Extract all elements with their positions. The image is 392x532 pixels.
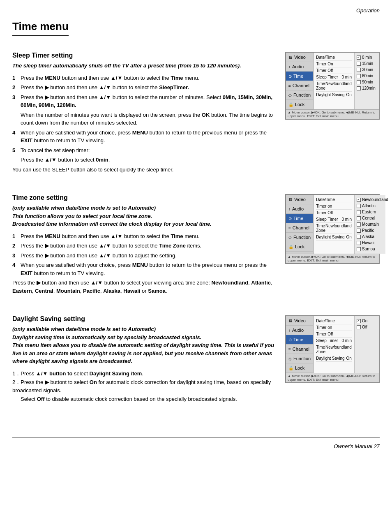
time-zone-section: Time zone setting (only available when d… — [12, 187, 380, 296]
section-label: Operation — [356, 7, 380, 14]
tv-footer-tz: ▲ Move cursor. ▶/OK: Go to submenu. ◀ ME… — [286, 254, 379, 263]
tv-options-tz: ✓Newfoundland Atlantic Eastern Central M… — [354, 195, 385, 254]
sidebar-video-tz: 🖥Video — [286, 195, 313, 204]
daylight-saving-section: Daylight Saving setting (only available … — [12, 308, 380, 405]
sleep-timer-heading: Sleep Timer setting — [12, 52, 278, 59]
time-zone-heading: Time zone setting — [12, 194, 278, 201]
tv-sidebar-ds: 🖥Video ♪Audio ⊙Time ≡Channel ◇Function 🔒… — [286, 316, 314, 373]
sidebar-lock-tz: 🔒Lock — [286, 242, 313, 252]
sidebar-video: 🖥Video — [286, 53, 313, 62]
sidebar-video-ds: 🖥Video — [286, 316, 313, 326]
sidebar-function-ds: ◇Function — [286, 354, 313, 363]
daylight-saving-menu: 🖥Video ♪Audio ⊙Time ≡Channel ◇Function 🔒… — [285, 315, 380, 383]
page-title: Time menu — [12, 20, 69, 36]
sidebar-time-tz: ⊙Time — [286, 214, 313, 223]
sidebar-time: ⊙Time — [286, 72, 313, 81]
daylight-saving-intro: (only available when date/time mode is s… — [12, 325, 278, 365]
tv-footer-sleep: ▲ Move cursor. ▶/OK: Go to submenu. ◀ ME… — [286, 109, 379, 119]
sidebar-time-ds: ⊙Time — [286, 335, 313, 345]
sidebar-lock: 🔒Lock — [286, 100, 313, 109]
sidebar-lock-ds: 🔒Lock — [286, 363, 313, 373]
tv-sidebar-sleep: 🖥Video ♪Audio ⊙Time ≡Channel ◇Function 🔒… — [286, 53, 314, 109]
sidebar-channel-ds: ≡Channel — [286, 345, 313, 354]
sleep-timer-steps: 1Press the MENU button and then use ▲/▼ … — [12, 74, 278, 174]
time-zone-menu: 🖥Video ♪Audio ⊙Time ≡Channel ◇Function 🔒… — [285, 194, 380, 264]
time-zone-steps: 1Press the MENU button and then use ▲/▼ … — [12, 232, 278, 295]
tv-main-sleep: Date/Time Timer On Timer Off Sleep Timer… — [314, 53, 354, 109]
sidebar-channel: ≡Channel — [286, 81, 313, 90]
sidebar-audio: ♪Audio — [286, 62, 313, 72]
sleep-timer-section: Sleep Timer setting The sleep timer auto… — [12, 44, 380, 175]
sidebar-audio-ds: ♪Audio — [286, 326, 313, 335]
tv-options-ds: ✓On Off — [354, 316, 379, 373]
sidebar-channel-tz: ≡Channel — [286, 223, 313, 233]
sleep-timer-menu: 🖥Video ♪Audio ⊙Time ≡Channel ◇Function 🔒… — [285, 52, 380, 120]
page-number: Owner's Manual 27 — [334, 443, 380, 449]
sidebar-function-tz: ◇Function — [286, 233, 313, 242]
sleep-timer-intro: The sleep timer automatically shuts off … — [12, 62, 278, 70]
tv-main-tz: Date/Time Timer on Timer Off Sleep Timer… — [314, 195, 354, 254]
tv-footer-ds: ▲ Move cursor. ▶/OK: Go to submenu. ◀ ME… — [286, 373, 379, 382]
tv-sidebar-tz: 🖥Video ♪Audio ⊙Time ≡Channel ◇Function 🔒… — [286, 195, 314, 254]
footer-rule — [12, 437, 380, 437]
tv-main-ds: Date/Time Timer on Timer Off Sleep Timer… — [314, 316, 354, 373]
daylight-saving-steps: 1．Press ▲/▼ button to select Daylight Sa… — [12, 370, 278, 403]
page-footer: Owner's Manual 27 — [0, 442, 392, 451]
daylight-saving-heading: Daylight Saving setting — [12, 315, 278, 323]
page-header: Operation — [0, 0, 392, 16]
tv-options-sleep: ✓0 min 15min 30min 60min 90min 120min — [354, 53, 379, 109]
time-zone-intro: (only available when date/time mode is s… — [12, 204, 278, 228]
sidebar-function: ◇Function — [286, 90, 313, 100]
sidebar-audio-tz: ♪Audio — [286, 204, 313, 214]
